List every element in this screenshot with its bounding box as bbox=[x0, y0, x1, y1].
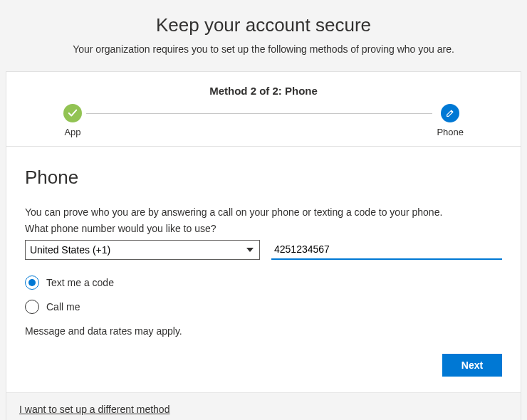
next-button[interactable]: Next bbox=[442, 354, 502, 377]
radio-label-call: Call me bbox=[46, 301, 80, 313]
section-title-phone: Phone bbox=[25, 167, 502, 189]
step-label-app: App bbox=[64, 127, 80, 137]
pencil-icon bbox=[441, 104, 459, 122]
step-connector bbox=[86, 113, 432, 114]
radio-call-me[interactable]: Call me bbox=[25, 300, 502, 314]
phone-prompt-text: What phone number would you like to use? bbox=[25, 223, 502, 234]
step-label-phone: Phone bbox=[437, 127, 464, 137]
different-method-link[interactable]: I want to set up a different method bbox=[19, 404, 169, 415]
country-code-select[interactable]: United States (+1) bbox=[25, 240, 260, 260]
radio-label-text: Text me a code bbox=[46, 277, 114, 288]
method-counter: Method 2 of 2: Phone bbox=[21, 85, 506, 97]
rates-disclaimer: Message and data rates may apply. bbox=[25, 325, 502, 337]
radio-icon bbox=[25, 300, 39, 314]
step-phone: Phone bbox=[437, 104, 464, 137]
phone-number-input[interactable] bbox=[271, 240, 502, 260]
setup-card: Method 2 of 2: Phone App Phone Pho bbox=[6, 71, 521, 420]
radio-text-me[interactable]: Text me a code bbox=[25, 275, 502, 290]
page-subtitle: Your organization requires you to set up… bbox=[14, 43, 513, 55]
page-title: Keep your account secure bbox=[14, 14, 513, 36]
step-app: App bbox=[63, 104, 82, 137]
phone-intro-text: You can prove who you are by answering a… bbox=[25, 206, 502, 220]
radio-icon bbox=[25, 275, 39, 290]
check-icon bbox=[63, 104, 82, 122]
